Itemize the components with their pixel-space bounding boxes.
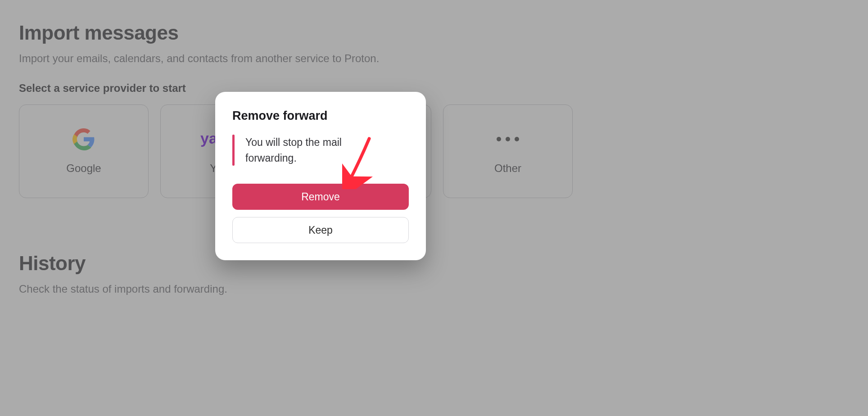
keep-button[interactable]: Keep [232,217,409,243]
dialog-title: Remove forward [232,109,409,123]
dialog-accent-bar [232,135,235,166]
dialog-message-row: You will stop the mail forwarding. [232,135,409,166]
remove-forward-dialog: Remove forward You will stop the mail fo… [215,92,426,260]
dialog-message: You will stop the mail forwarding. [245,135,353,166]
modal-backdrop[interactable] [0,0,868,416]
keep-button-label: Keep [308,224,333,236]
remove-button-label: Remove [301,191,340,203]
remove-button[interactable]: Remove [232,184,409,210]
